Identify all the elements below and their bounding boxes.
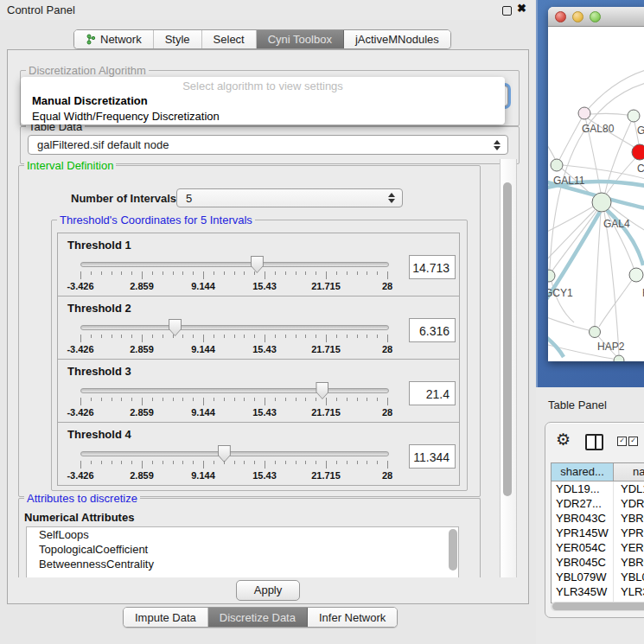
threshold-slider[interactable]: -3.4262.8599.14415.4321.71528 xyxy=(80,360,387,424)
network-node[interactable] xyxy=(629,268,643,282)
slider-tick xyxy=(80,461,81,469)
network-node[interactable] xyxy=(628,110,640,122)
network-node[interactable] xyxy=(632,144,644,160)
network-node[interactable] xyxy=(592,193,611,212)
network-node[interactable] xyxy=(548,270,555,282)
table-column-header-na[interactable]: na xyxy=(614,463,644,481)
table-row[interactable]: YDR27...YDR2 xyxy=(552,496,644,511)
slider-tick xyxy=(275,271,276,275)
mac-close-icon[interactable] xyxy=(555,11,566,22)
table-cell: YDR27... xyxy=(552,496,614,511)
algorithm-option-equal-width-frequency-discretization[interactable]: Equal Width/Frequency Discretization xyxy=(21,110,505,123)
slider-tick xyxy=(121,271,122,275)
threshold-slider[interactable]: -3.4262.8599.14415.4321.71528 xyxy=(80,296,387,360)
tab-impute-data[interactable]: Impute Data xyxy=(124,608,208,627)
tab-style[interactable]: Style xyxy=(154,30,202,48)
table-row[interactable]: YBR045CYBR0 xyxy=(552,555,644,570)
gear-icon[interactable]: ⚙ xyxy=(556,430,571,450)
network-node[interactable] xyxy=(551,159,563,171)
table-row[interactable]: YLR345WYLR3 xyxy=(552,584,644,599)
close-icon[interactable]: ✖ xyxy=(517,2,526,15)
mac-zoom-icon[interactable] xyxy=(590,11,601,22)
settings-scrollbar-thumb[interactable] xyxy=(503,182,512,496)
threshold-value-field[interactable]: 14.713 xyxy=(409,255,456,279)
slider-thumb[interactable] xyxy=(218,445,231,462)
network-edge[interactable] xyxy=(604,212,619,354)
slider-thumb[interactable] xyxy=(169,319,182,336)
tab-jactivemnodules[interactable]: jActiveMNodules xyxy=(344,30,450,48)
tab-select[interactable]: Select xyxy=(202,30,257,48)
threshold-value-field[interactable]: 11.344 xyxy=(409,444,456,469)
attribute-item-topologicalcoefficient[interactable]: TopologicalCoefficient xyxy=(27,542,458,557)
table-column-header-shared[interactable]: shared... xyxy=(552,463,614,481)
threshold-slider[interactable]: -3.4262.8599.14415.4321.71528 xyxy=(80,423,387,487)
table-data-combobox[interactable]: galFiltered.sif default node xyxy=(28,135,508,155)
slider-tick-label: 9.144 xyxy=(175,344,231,354)
network-edge-thick[interactable] xyxy=(548,331,564,357)
slider-tick xyxy=(152,398,153,401)
slider-tick xyxy=(203,398,204,405)
tab-infer-network[interactable]: Infer Network xyxy=(308,608,397,627)
attributes-list-scrollbar[interactable] xyxy=(449,529,457,571)
number-of-intervals-combobox[interactable]: 5 xyxy=(176,188,403,207)
mac-minimize-icon[interactable] xyxy=(572,11,583,22)
network-edge[interactable] xyxy=(599,280,632,327)
columns-icon[interactable] xyxy=(585,434,603,450)
network-edge[interactable] xyxy=(595,212,601,326)
slider-tick xyxy=(101,271,102,275)
algorithm-option-manual-discretization[interactable]: Manual Discretization xyxy=(21,94,505,107)
tab-discretize-data[interactable]: Discretize Data xyxy=(208,608,308,627)
slider-tick xyxy=(296,271,296,275)
attributes-group-label: Attributes to discretize xyxy=(24,492,140,505)
slider-tick xyxy=(142,271,143,279)
slider-tick xyxy=(214,461,214,464)
combo-arrows-icon xyxy=(387,193,395,203)
slider-track[interactable] xyxy=(80,388,389,393)
threshold-value-field[interactable]: 21.4 xyxy=(409,381,456,405)
network-edge[interactable] xyxy=(548,131,556,161)
network-node[interactable] xyxy=(590,327,601,338)
slider-tick xyxy=(296,335,296,338)
network-edge[interactable] xyxy=(606,158,635,194)
slider-tick-label: -3.426 xyxy=(53,344,108,354)
network-canvas[interactable]: GAL80GACGAL11GAL4GCY1HHAP2 xyxy=(548,27,644,361)
numerical-attributes-list[interactable]: SelfLoopsTopologicalCoefficientBetweenne… xyxy=(26,526,459,578)
float-window-icon[interactable] xyxy=(502,6,512,16)
table-row[interactable]: YER054CYER0 xyxy=(552,540,644,555)
slider-thumb[interactable] xyxy=(251,256,264,273)
threshold-value-field[interactable]: 6.316 xyxy=(409,318,456,342)
slider-tick xyxy=(193,271,194,275)
slider-tick-label: 2.859 xyxy=(114,281,169,291)
network-edge[interactable] xyxy=(584,70,644,113)
slider-tick xyxy=(387,398,388,405)
network-edge[interactable] xyxy=(552,210,597,271)
table-data-value: galFiltered.sif default node xyxy=(37,138,169,151)
settings-scrollbar-track[interactable] xyxy=(500,159,517,577)
network-window-titlebar[interactable] xyxy=(548,7,644,27)
checkbox-checked-icon[interactable]: ✓ xyxy=(617,437,627,446)
table-row[interactable]: YDL19...YDL1 xyxy=(552,481,644,496)
table-row[interactable]: YPR145WYPR1 xyxy=(552,526,644,540)
apply-button[interactable]: Apply xyxy=(236,580,300,601)
attribute-item-selfloops[interactable]: SelfLoops xyxy=(27,527,458,542)
slider-track[interactable] xyxy=(80,451,389,456)
tab-network[interactable]: Network xyxy=(74,30,154,48)
table-row[interactable]: YBL079WYBL0 xyxy=(552,570,644,584)
tab-cyni-toolbox[interactable]: Cyni Toolbox xyxy=(257,30,344,48)
table-hscrollbar-thumb[interactable] xyxy=(552,603,644,610)
attribute-item-betweennesscentrality[interactable]: BetweennessCentrality xyxy=(27,557,458,571)
attributes-group: Attributes to discretize Numerical Attri… xyxy=(18,498,481,578)
network-node-label-ga: GA xyxy=(637,124,644,137)
slider-track[interactable] xyxy=(80,325,389,330)
checkbox-checked-icon[interactable]: ✓ xyxy=(628,437,638,446)
slider-track[interactable] xyxy=(80,262,389,267)
slider-tick xyxy=(244,461,245,464)
slider-thumb[interactable] xyxy=(316,382,328,399)
node-table[interactable]: shared...naYDL19...YDL1YDR27...YDR2YBR04… xyxy=(551,462,644,603)
network-node[interactable] xyxy=(578,107,590,119)
network-node[interactable] xyxy=(614,355,624,361)
table-hscrollbar[interactable] xyxy=(551,602,644,611)
threshold-slider[interactable]: -3.4262.8599.14415.4321.71528 xyxy=(80,233,387,297)
table-row[interactable]: YBR043CYBR0 xyxy=(552,511,644,526)
slider-tick xyxy=(387,335,388,342)
